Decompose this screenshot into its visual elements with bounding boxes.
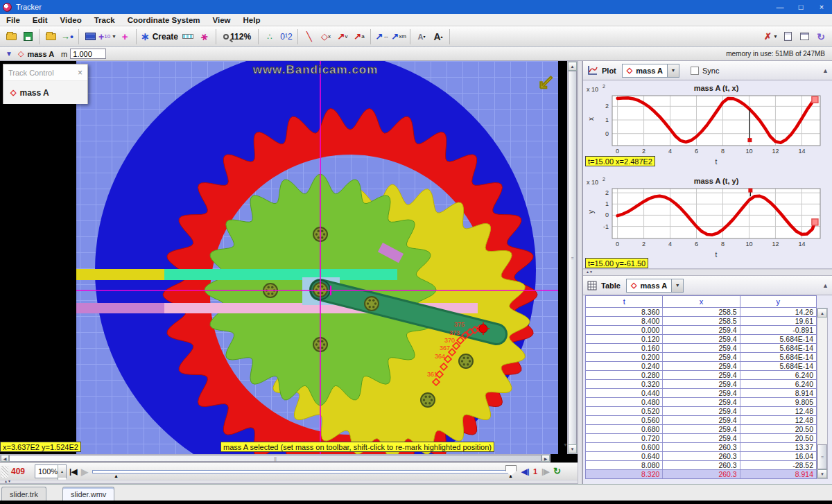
- minimize-button[interactable]: —: [770, 0, 790, 14]
- scroll-right-icon[interactable]: ▶: [541, 455, 550, 462]
- scroll-up-icon[interactable]: ▲: [817, 309, 827, 318]
- menu-coordinate-system[interactable]: Coordinate System: [121, 14, 207, 26]
- table-row[interactable]: 0.000259.4-0.891: [586, 326, 816, 335]
- table-row[interactable]: 8.360258.514.26: [586, 308, 816, 317]
- menu-edit[interactable]: Edit: [26, 14, 54, 26]
- table-collapse-icon[interactable]: ▲: [822, 282, 829, 289]
- column-header-y[interactable]: y: [740, 296, 816, 307]
- step-back-button[interactable]: ◀|: [521, 467, 530, 476]
- mass-value-input[interactable]: [70, 49, 106, 59]
- import-video-button[interactable]: →●: [59, 28, 76, 45]
- combo-dropdown-icon[interactable]: ▼: [668, 64, 679, 78]
- scroll-down-icon[interactable]: ▼: [568, 444, 577, 453]
- open-library-button[interactable]: [42, 28, 59, 45]
- velocities-button[interactable]: ↗v: [334, 28, 351, 45]
- table-row[interactable]: 0.280259.46.240: [586, 371, 816, 380]
- close-icon[interactable]: ×: [78, 68, 83, 78]
- video-canvas[interactable]: 375373370367364361 www.Bandicam.com ↙: [0, 61, 578, 454]
- close-button[interactable]: ×: [811, 0, 832, 14]
- track-name-label[interactable]: mass A: [27, 50, 54, 58]
- plot-table-splitter[interactable]: ▲▼: [583, 269, 832, 276]
- combo-dropdown-icon[interactable]: ▼: [672, 279, 684, 293]
- axes-button[interactable]: +10▼: [98, 28, 116, 45]
- player-bar: 409 100% ▲▼ |◀ ▶ ▲ ▲ ◀| 1 |▶ ↻: [0, 462, 578, 480]
- status-dropdown-icon[interactable]: ▼: [563, 442, 568, 447]
- zoom-button[interactable]: 112%: [219, 28, 255, 45]
- table-row[interactable]: 0.520259.412.48: [586, 407, 816, 416]
- window-layout-button[interactable]: [796, 28, 813, 45]
- reset-button[interactable]: |◀: [69, 467, 78, 476]
- step-size[interactable]: 1: [533, 467, 537, 476]
- font-bigger-button[interactable]: A▴: [430, 28, 447, 45]
- table-track-combo[interactable]: ◇mass A ▼: [626, 279, 684, 293]
- player-grip[interactable]: [1, 466, 8, 478]
- panel-splitter[interactable]: [578, 61, 582, 484]
- video-vscrollbar[interactable]: ▲ = ▼: [567, 61, 578, 454]
- track-select-arrow-icon[interactable]: ▼: [6, 50, 12, 58]
- column-header-t[interactable]: t: [586, 296, 663, 307]
- vector-magnitudes-button[interactable]: ↗xm: [390, 28, 407, 45]
- table-row[interactable]: 0.160259.45.684E-14: [586, 344, 816, 353]
- table-row[interactable]: 0.720259.420.50: [586, 434, 816, 443]
- spinner-up-icon[interactable]: ▲: [58, 465, 66, 478]
- point-mass-trace-button[interactable]: ∴: [261, 28, 278, 45]
- play-button[interactable]: ▶: [81, 467, 88, 477]
- tab-slider-wmv[interactable]: slider.wmv: [62, 487, 114, 501]
- refresh-button[interactable]: ↻: [813, 28, 829, 45]
- loop-button[interactable]: ↻: [553, 466, 561, 476]
- table-row[interactable]: 0.560259.412.48: [586, 416, 816, 425]
- sync-label: Sync: [702, 67, 719, 75]
- table-row[interactable]: 8.080260.3-28.52: [586, 461, 816, 470]
- table-row[interactable]: 0.640260.316.04: [586, 452, 816, 461]
- svg-text:2: 2: [603, 177, 605, 182]
- step-forward-button[interactable]: |▶: [541, 467, 550, 476]
- sync-checkbox[interactable]: [691, 67, 699, 75]
- plot-collapse-icon[interactable]: ▲: [822, 67, 829, 74]
- save-button[interactable]: [19, 28, 36, 45]
- autotracker-button[interactable]: ∗: [196, 28, 213, 45]
- table-row[interactable]: 0.120259.45.684E-14: [586, 335, 816, 344]
- table-row[interactable]: 0.240259.45.684E-14: [586, 362, 816, 371]
- scroll-down-icon[interactable]: ▼: [817, 469, 827, 478]
- menu-file[interactable]: File: [0, 14, 26, 26]
- positions-button[interactable]: ◇x: [318, 28, 334, 45]
- menu-help[interactable]: Help: [237, 14, 267, 26]
- column-header-x[interactable]: x: [663, 296, 740, 307]
- player-slider-track[interactable]: [92, 470, 508, 473]
- table-row[interactable]: 8.400258.519.61: [586, 317, 816, 326]
- font-smaller-button[interactable]: A▾: [413, 28, 430, 45]
- measuring-tools-button[interactable]: [180, 28, 196, 45]
- vector-components-button[interactable]: ↗↔: [374, 28, 390, 45]
- track-control-item[interactable]: ◇ mass A: [3, 81, 87, 104]
- create-button[interactable]: ∗Create: [139, 28, 180, 45]
- menu-track[interactable]: Track: [88, 14, 121, 26]
- table-row[interactable]: 0.600260.313.37: [586, 443, 816, 452]
- maximize-button[interactable]: □: [790, 0, 811, 14]
- menu-video[interactable]: Video: [54, 14, 88, 26]
- table-row[interactable]: 8.320260.38.914: [586, 470, 816, 479]
- plot-mass-a-t-y[interactable]: 02468101214-1012mass A (t, y)x 102yt: [584, 176, 829, 263]
- eraser-button[interactable]: ✗▼: [763, 28, 779, 45]
- in-point-marker[interactable]: ▲: [114, 473, 119, 478]
- tab-slider-trk[interactable]: slider.trk: [1, 487, 46, 501]
- step-numbers-button[interactable]: 0¹2: [278, 28, 295, 45]
- video-hscrollbar[interactable]: ◀ || ▶: [0, 454, 551, 462]
- notes-button[interactable]: [779, 28, 796, 45]
- plot-track-combo[interactable]: ◇mass A ▼: [622, 64, 679, 78]
- table-row[interactable]: 0.440259.48.914: [586, 389, 816, 398]
- accelerations-button[interactable]: ↗a: [351, 28, 367, 45]
- table-row[interactable]: 0.200259.45.684E-14: [586, 353, 816, 362]
- clip-settings-button[interactable]: [82, 28, 98, 45]
- table-scrollbar[interactable]: ▲ = ▼: [817, 308, 828, 479]
- svg-text:370: 370: [444, 337, 455, 344]
- table-row[interactable]: 0.680259.420.50: [586, 425, 816, 434]
- table-row[interactable]: 0.480259.49.805: [586, 398, 816, 407]
- trails-button[interactable]: ╲: [301, 28, 318, 45]
- menu-view[interactable]: View: [207, 14, 237, 26]
- open-file-button[interactable]: [3, 28, 19, 45]
- scroll-left-icon[interactable]: ◀: [1, 455, 9, 462]
- table-row[interactable]: 0.320259.46.240: [586, 380, 816, 389]
- calibration-button[interactable]: +: [116, 28, 133, 45]
- play-rate-spinner[interactable]: 100% ▲▼: [35, 464, 67, 478]
- scroll-up-icon[interactable]: ▲: [568, 62, 577, 71]
